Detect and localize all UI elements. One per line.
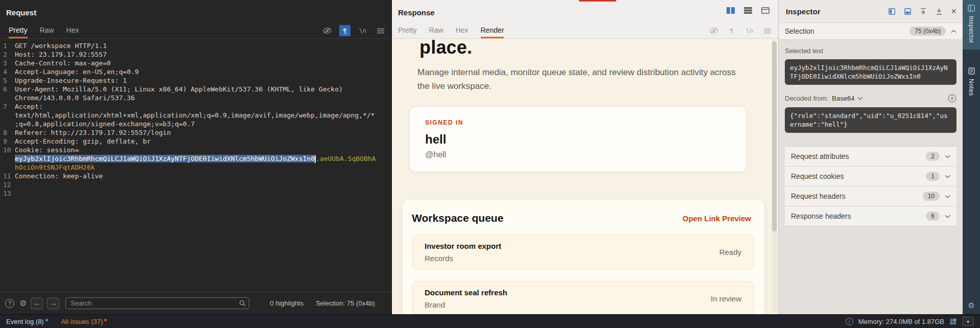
dock-left-icon[interactable]: [886, 6, 897, 17]
code-text: hOciOn9tSNJFqtADH26k: [15, 163, 95, 171]
code-line[interactable]: Host: 23.179.17.92:5557: [15, 50, 107, 59]
gear-icon[interactable]: ⚙: [19, 298, 27, 308]
decoded-value[interactable]: {"role":"standard","uid":"u_0251c814","u…: [785, 107, 956, 133]
chevron-down-icon: [857, 97, 863, 100]
code-row: 7Accept:: [0, 102, 391, 111]
inspector-section[interactable]: Request attributes2: [785, 147, 956, 167]
info-icon: i: [846, 318, 853, 325]
code-text: text/html,application/xhtml+xml,applicat…: [15, 111, 375, 119]
code-line[interactable]: Accept-Language: en-US,en;q=0.9: [15, 67, 139, 76]
expand-all-icon[interactable]: [934, 6, 945, 17]
code-text: Chrome/143.0.0.0 Safari/537.36: [15, 94, 135, 102]
code-text: Accept:: [15, 103, 43, 110]
tab-pretty[interactable]: Pretty: [9, 26, 28, 38]
code-line[interactable]: GET /workspace HTTP/1.1: [15, 41, 107, 50]
chevron-up-icon[interactable]: [951, 30, 956, 33]
response-panel-title: Response: [398, 8, 772, 17]
notes-icon: [968, 67, 975, 75]
code-row: 3Cache-Control: max-age=0: [0, 59, 391, 67]
code-line[interactable]: Cookie: session=: [15, 146, 79, 154]
eye-off-icon[interactable]: [708, 25, 719, 36]
wrap-lines-toggle[interactable]: ¶: [726, 25, 737, 36]
signed-in-name: hell: [425, 132, 731, 147]
queue-item: Investor room exportRecordsReady: [412, 235, 754, 270]
tab-raw[interactable]: Raw: [40, 26, 54, 38]
tab-hex[interactable]: Hex: [456, 26, 469, 38]
inspector-sections: Request attributes2Request cookies1Reque…: [785, 146, 956, 226]
previous-match-button[interactable]: ←: [31, 298, 43, 309]
code-line[interactable]: Accept-Encoding: gzip, deflate, br: [15, 137, 151, 146]
tab-pretty[interactable]: Pretty: [398, 26, 417, 38]
inspector-section[interactable]: Response headers6: [785, 206, 956, 226]
code-line[interactable]: Accept:: [15, 102, 43, 111]
code-row: eyJyb2xlIjoic3RhbmRhcmQiLCJ1aWQiOiJ1XzAy…: [0, 154, 391, 163]
code-row: 1GET /workspace HTTP/1.1: [0, 41, 391, 50]
close-icon[interactable]: ×: [951, 7, 956, 16]
decoding-format-select[interactable]: Base64: [832, 95, 863, 102]
code-line[interactable]: ;q=0.8,application/signed-exchange;v=b3;…: [15, 120, 195, 128]
code-text: GET /workspace HTTP/1.1: [15, 42, 107, 50]
help-icon[interactable]: ?: [5, 299, 14, 308]
code-line[interactable]: Upgrade-Insecure-Requests: 1: [15, 76, 127, 85]
all-issues-tab[interactable]: All issues (37): [61, 318, 107, 325]
code-line[interactable]: Cache-Control: max-age=0: [15, 59, 111, 67]
code-line[interactable]: Connection: keep-alive: [15, 172, 103, 180]
editor-menu-icon[interactable]: [375, 25, 386, 36]
code-text: Accept-Encoding: gzip, deflate, br: [15, 137, 151, 145]
collapse-all-icon[interactable]: [918, 6, 929, 17]
decoding-format-value: Base64: [832, 95, 854, 102]
inspector-panel-icon: [968, 5, 975, 12]
inspector-section[interactable]: Request cookies1: [785, 167, 956, 186]
scrollbar-thumb[interactable]: [772, 41, 777, 231]
line-number: 7: [0, 102, 15, 111]
chevron-down-icon: [945, 175, 950, 178]
eye-off-icon[interactable]: [321, 25, 333, 36]
wrap-lines-toggle[interactable]: ¶: [339, 25, 351, 36]
section-label: Request cookies: [791, 172, 844, 180]
next-match-button[interactable]: →: [47, 298, 59, 309]
tab-render[interactable]: Render: [481, 26, 504, 38]
layout-rows-icon[interactable]: [742, 5, 754, 16]
search-input[interactable]: [65, 297, 249, 309]
code-line[interactable]: Referer: http://23.179.17.92:5557/login: [15, 128, 171, 137]
line-number: [0, 111, 15, 120]
settings-gear-icon[interactable]: ⚙: [963, 301, 980, 310]
show-newlines-toggle[interactable]: \n: [744, 25, 755, 36]
open-link-preview-link[interactable]: Open Link Preview: [683, 214, 751, 223]
request-editor[interactable]: 1GET /workspace HTTP/1.12Host: 23.179.17…: [0, 39, 391, 292]
section-count-badge: 6: [926, 212, 940, 221]
resource-monitor-icon[interactable]: [949, 318, 957, 325]
section-count-badge: 10: [923, 192, 940, 201]
layout-tabs-icon[interactable]: [760, 5, 771, 16]
response-panel: Response Pretty Raw Hex Render ¶ \n: [391, 0, 778, 314]
code-row: 9Accept-Encoding: gzip, deflate, br: [0, 137, 391, 146]
line-number: [0, 154, 15, 163]
workspace-queue-card: Workspace queue Open Link Preview Invest…: [403, 200, 764, 314]
inspector-section[interactable]: Request headers10: [785, 186, 956, 206]
chevron-down-icon: [945, 215, 950, 218]
add-decoding-step-icon[interactable]: [948, 94, 956, 103]
tab-raw[interactable]: Raw: [429, 26, 444, 38]
selection-section-header[interactable]: Selection 75 (0x4b): [779, 22, 963, 40]
dock-tab-inspector[interactable]: Inspector: [963, 0, 980, 50]
selected-text-value[interactable]: eyJyb2xlIjoic3RhbmRhcmQiLCJ1aWQiOiJ1XzAy…: [785, 59, 956, 85]
code-text: Connection: keep-alive: [15, 172, 103, 180]
dock-tab-notes[interactable]: Notes: [963, 63, 980, 102]
layout-columns-icon[interactable]: [725, 5, 736, 16]
scrollbar-track[interactable]: [772, 40, 777, 313]
code-line[interactable]: hOciOn9tSNJFqtADH26k: [15, 163, 95, 172]
event-log-tab[interactable]: Event log (8): [6, 318, 48, 325]
show-newlines-toggle[interactable]: \n: [357, 25, 368, 36]
code-line[interactable]: eyJyb2xlIjoic3RhbmRhcmQiLCJ1aWQiOiJ1XzAy…: [15, 154, 376, 163]
dock-bottom-icon[interactable]: [902, 6, 913, 17]
code-line[interactable]: User-Agent: Mozilla/5.0 (X11; Linux x86_…: [15, 85, 343, 93]
line-number: 13: [0, 189, 15, 198]
tab-hex[interactable]: Hex: [66, 26, 79, 38]
line-number: 9: [0, 137, 15, 146]
section-label: Response headers: [791, 212, 851, 220]
code-line[interactable]: text/html,application/xhtml+xml,applicat…: [15, 111, 375, 120]
issues-notification-dot: [104, 319, 107, 321]
code-line[interactable]: Chrome/143.0.0.0 Safari/537.36: [15, 93, 135, 102]
editor-menu-icon[interactable]: [762, 25, 773, 36]
status-dropdown-button[interactable]: ▾: [962, 317, 974, 326]
